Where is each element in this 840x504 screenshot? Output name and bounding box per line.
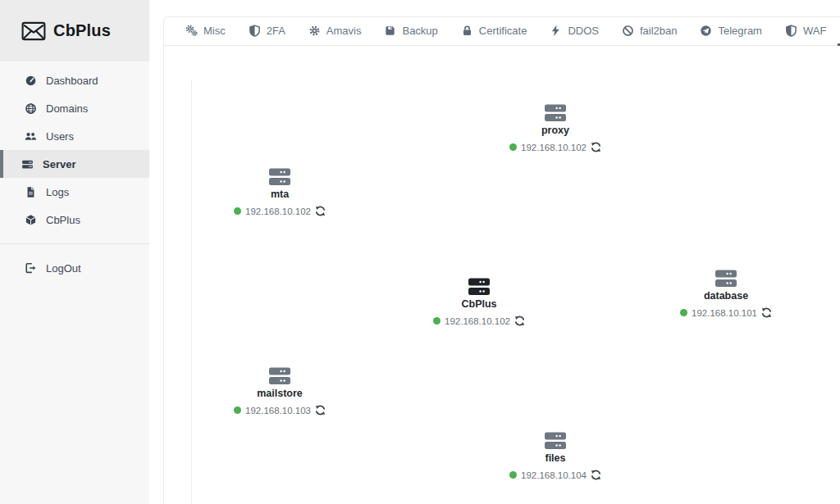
diagram-node-cbplus[interactable]: CbPlus 192.168.10.102	[409, 278, 549, 328]
logout-icon	[25, 262, 37, 275]
refresh-icon[interactable]	[514, 316, 525, 326]
brand-name: CbPlus	[53, 21, 111, 40]
refresh-icon[interactable]	[761, 307, 772, 318]
refresh-icon[interactable]	[591, 142, 601, 152]
node-name: mailstore	[210, 388, 349, 399]
sidebar-item-users[interactable]: Users	[0, 122, 149, 150]
lock-icon	[461, 25, 473, 37]
node-status: 192.168.10.102	[509, 142, 601, 152]
logs-icon	[25, 186, 37, 198]
telegram-icon	[700, 25, 712, 37]
node-status: 192.168.10.103	[234, 405, 326, 415]
bolt-icon	[550, 25, 562, 37]
users-icon	[25, 130, 37, 143]
node-ip: 192.168.10.101	[692, 308, 757, 318]
node-ip: 192.168.10.102	[445, 316, 510, 326]
server-stack-icon	[267, 367, 292, 385]
tab-fail2ban[interactable]: fail2ban	[610, 17, 689, 46]
refresh-icon[interactable]	[315, 405, 326, 415]
node-ip: 192.168.10.102	[521, 143, 587, 152]
sidebar-item-logs[interactable]: Logs	[0, 178, 149, 206]
node-name: CbPlus	[409, 298, 549, 310]
backup-icon	[384, 25, 396, 37]
refresh-icon[interactable]	[315, 206, 326, 216]
server-stack-icon	[467, 278, 491, 296]
tab-misc[interactable]: Misc	[174, 17, 237, 46]
logo-area[interactable]: CbPlus	[0, 0, 149, 61]
sidebar-item-logout[interactable]: LogOut	[0, 254, 149, 282]
status-dot	[509, 143, 517, 151]
diagram-node-mta[interactable]: mta 192.168.10.102	[210, 168, 349, 218]
tab-amavis[interactable]: Amavis	[297, 17, 373, 46]
node-name: database	[656, 290, 796, 302]
node-status: 192.168.10.102	[234, 206, 326, 216]
node-name: mta	[210, 188, 349, 200]
cube-icon	[25, 214, 37, 226]
globe-icon	[25, 102, 37, 115]
server-stack-icon	[543, 432, 568, 450]
server-icon	[21, 158, 34, 170]
server-stack-icon	[543, 104, 568, 122]
sidebar-item-domains[interactable]: Domains	[0, 94, 149, 122]
sidebar-divider	[0, 243, 149, 244]
node-status: 192.168.10.101	[680, 307, 772, 318]
sidebar-item-cbplus[interactable]: CbPlus	[0, 206, 149, 234]
tab-ddos[interactable]: DDOS	[538, 17, 610, 46]
node-ip: 192.168.10.102	[245, 207, 311, 216]
dashboard-icon	[25, 75, 37, 87]
diagram-node-database[interactable]: database 192.168.10.101	[656, 270, 796, 320]
status-dot	[234, 207, 241, 215]
shield-icon	[249, 25, 261, 37]
node-ip: 192.168.10.104	[521, 470, 587, 480]
sidebar-nav: Dashboard Domains Users Server Logs CbPl…	[0, 61, 149, 234]
cogs-icon	[185, 25, 198, 37]
diagram-node-proxy[interactable]: proxy 192.168.10.102	[486, 104, 625, 154]
diagram-node-mailstore[interactable]: mailstore 192.168.10.103	[210, 367, 349, 417]
envelope-icon	[21, 20, 46, 42]
node-status: 192.168.10.104	[509, 470, 601, 480]
sidebar: CbPlus Dashboard Domains Users Server Lo…	[0, 0, 149, 504]
diagram-node-files[interactable]: files 192.168.10.104	[486, 432, 625, 482]
node-name: files	[486, 452, 625, 464]
tab-backup[interactable]: Backup	[372, 17, 449, 46]
waf-shield-icon	[785, 25, 797, 37]
node-ip: 192.168.10.103	[245, 406, 311, 415]
ban-icon	[622, 25, 634, 37]
refresh-icon[interactable]	[591, 470, 601, 480]
server-diagram[interactable]: proxy 192.168.10.102 mta 192.168.10.102 …	[191, 79, 840, 504]
tab-telegram[interactable]: Telegram	[688, 17, 773, 46]
server-stack-icon	[714, 270, 738, 288]
sidebar-item-server[interactable]: Server	[0, 150, 149, 178]
node-name: proxy	[486, 125, 625, 136]
sidebar-item-dashboard[interactable]: Dashboard	[0, 66, 149, 94]
tab-waf[interactable]: WAF	[774, 17, 838, 46]
tab-certificate[interactable]: Certificate	[450, 17, 539, 46]
status-dot	[433, 317, 441, 325]
status-dot	[680, 309, 687, 316]
status-dot	[234, 406, 241, 414]
gear-icon	[308, 25, 321, 37]
tab-2fa[interactable]: 2FA	[237, 17, 297, 46]
node-status: 192.168.10.102	[433, 316, 525, 326]
server-stack-icon	[267, 168, 292, 186]
status-dot	[509, 471, 517, 479]
tab-bar: Misc 2FA Amavis Backup Certificate DDOS …	[164, 17, 840, 46]
